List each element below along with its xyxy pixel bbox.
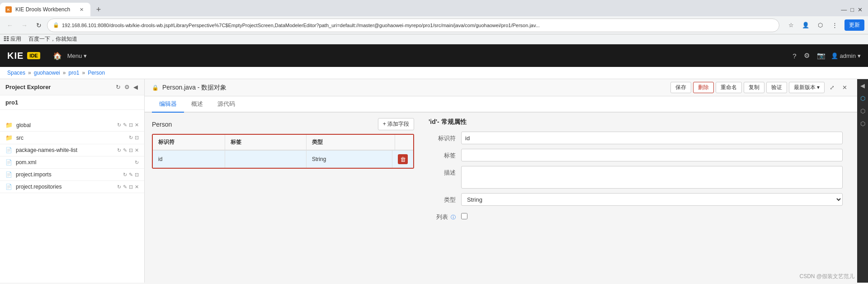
copy-icon[interactable]: ⊡ [129,184,133,190]
breadcrumb-guohaowei[interactable]: guohaowei [34,70,60,76]
extensions-btn[interactable]: ⬡ [814,19,826,32]
refresh-icon[interactable]: ↻ [123,172,127,178]
right-icon-3[interactable]: ⬡ [858,106,867,115]
browser-tab[interactable]: K KIE Drools Workbench ✕ [0,3,90,16]
table-row[interactable]: id String 🗑 [153,150,413,168]
add-field-btn[interactable]: + 添加字段 [378,118,414,130]
more-btn[interactable]: ⋮ [828,19,841,32]
breadcrumb-sep1: » [28,70,31,76]
right-icon-4[interactable]: ⬡ [858,119,867,128]
delete-icon[interactable]: ✕ [135,147,139,153]
prop-checkbox-list[interactable] [461,213,467,219]
address-bar[interactable]: 🔒 192.168.86.101:8080/drools-wb/kie-droo… [47,19,779,32]
copy-btn[interactable]: 复制 [744,82,764,93]
bookmarks-bar: ☷ 应用 百度一下，你就知道 [0,34,868,44]
new-tab-btn[interactable]: + [92,3,105,16]
settings-btn[interactable]: ⚙ [804,52,810,60]
sidebar-item-pom[interactable]: 📄 pom.xml ↻ [0,156,144,169]
item-name: global [16,122,113,128]
edit-icon[interactable]: ✎ [129,172,133,178]
sidebar-items: 📁 global ↻ ✎ ⊡ ✕ 📁 src ↻ ⊡ � [0,119,144,283]
breadcrumb-spaces[interactable]: Spaces [7,70,25,76]
maximize-btn[interactable]: □ [850,6,854,13]
prop-textarea-description[interactable] [461,166,843,189]
edit-icon[interactable]: ✎ [123,184,127,190]
close-window-btn[interactable]: ✕ [858,6,863,13]
refresh-icon[interactable]: ↻ [135,160,139,166]
sidebar-item-src[interactable]: 📁 src ↻ ⊡ [0,132,144,144]
forward-btn[interactable]: → [18,19,31,32]
reload-btn[interactable]: ↻ [33,19,45,32]
right-icon-2[interactable]: ⬡ [858,94,867,103]
save-btn[interactable]: 保存 [670,82,691,93]
prop-input-tag[interactable] [461,149,843,161]
sidebar-header: Project Explorer ↻ ⚙ ◀ [0,79,144,95]
breadcrumb-person[interactable]: Person [88,70,105,76]
file-icon: 📄 [5,171,12,178]
minimize-btn[interactable]: — [841,6,847,13]
refresh-icon[interactable]: ↻ [129,135,133,141]
delete-icon[interactable]: ✕ [135,122,139,128]
td-tag [225,151,307,168]
delete-btn[interactable]: 删除 [693,82,714,93]
camera-btn[interactable]: 📷 [817,52,826,60]
delete-icon[interactable]: ✕ [135,184,139,190]
sidebar-settings-btn[interactable]: ⚙ [123,83,131,91]
refresh-icon[interactable]: ↻ [117,122,121,128]
tabs: 编辑器 概述 源代码 [145,96,857,113]
bookmark-star-btn[interactable]: ☆ [785,19,797,32]
breadcrumb-pro1[interactable]: pro1 [68,70,79,76]
item-actions: ↻ ✎ ⊡ ✕ [117,122,139,128]
bookmark-apps[interactable]: ☷ 应用 [4,35,21,43]
tab-overview[interactable]: 概述 [184,96,210,113]
lock-icon: 🔒 [152,85,159,91]
folder-icon: 📁 [5,134,13,141]
sidebar-collapse-btn[interactable]: ◀ [132,83,139,91]
rename-btn[interactable]: 重命名 [716,82,742,93]
tab-title: KIE Drools Workbench [15,6,70,13]
right-icon-1[interactable]: ◀ [858,81,867,90]
edit-icon[interactable]: ✎ [123,147,127,153]
prop-select-type[interactable]: String Integer Long Boolean Date [461,193,843,206]
profile-btn[interactable]: 👤 [799,19,812,32]
refresh-icon[interactable]: ↻ [117,184,121,190]
edit-icon[interactable]: ✎ [123,122,127,128]
back-btn[interactable]: ← [4,19,16,32]
sidebar-item-package-names[interactable]: 📄 package-names-white-list ↻ ✎ ⊡ ✕ [0,144,144,156]
item-name: package-names-white-list [16,147,113,153]
help-btn[interactable]: ? [793,52,796,60]
row-delete-btn[interactable]: 🗑 [398,154,408,164]
tab-editor[interactable]: 编辑器 [152,96,184,113]
expand-btn[interactable]: ⤢ [826,82,837,93]
menu-btn[interactable]: Menu ▾ [67,52,87,59]
editor-area: Person + 添加字段 标识符 标签 类型 id [145,113,857,283]
th-identifier: 标识符 [153,135,225,150]
copy-icon[interactable]: ⊡ [135,135,139,141]
bookmark-baidu[interactable]: 百度一下，你就知道 [28,35,77,43]
sidebar-refresh-btn[interactable]: ↻ [115,83,122,91]
latest-version-btn[interactable]: 最新版本 ▾ [789,82,825,93]
tab-source[interactable]: 源代码 [210,96,242,113]
table-thead: 标识符 标签 类型 [153,135,413,150]
admin-btn[interactable]: 👤 admin ▾ [831,52,861,59]
item-name: project.repositories [16,184,113,190]
sidebar-item-project-repos[interactable]: 📄 project.repositories ↻ ✎ ⊡ ✕ [0,181,144,193]
update-btn[interactable]: 更新 [844,19,864,31]
list-info-icon[interactable]: ⓘ [451,214,456,220]
item-actions: ↻ ✎ ⊡ ✕ [117,147,139,153]
prop-input-identifier[interactable] [461,132,843,144]
refresh-icon[interactable]: ↻ [117,147,121,153]
breadcrumb-sep3: » [82,70,85,76]
copy-icon[interactable]: ⊡ [135,172,139,178]
prop-label-identifier: 标识符 [429,132,456,142]
home-btn[interactable]: 🏠 [53,52,62,60]
close-editor-btn[interactable]: ✕ [839,82,850,93]
validate-btn[interactable]: 验证 [766,82,787,93]
main-layout: Project Explorer ↻ ⚙ ◀ pro1 📁 global ↻ ✎… [0,79,868,283]
tab-close-btn[interactable]: ✕ [78,6,85,13]
copy-icon[interactable]: ⊡ [129,122,133,128]
sidebar-item-global[interactable]: 📁 global ↻ ✎ ⊡ ✕ [0,119,144,132]
prop-label-list: 列表 ⓘ [429,210,456,221]
sidebar-item-project-imports[interactable]: 📄 project.imports ↻ ✎ ⊡ [0,169,144,181]
copy-icon[interactable]: ⊡ [129,147,133,153]
